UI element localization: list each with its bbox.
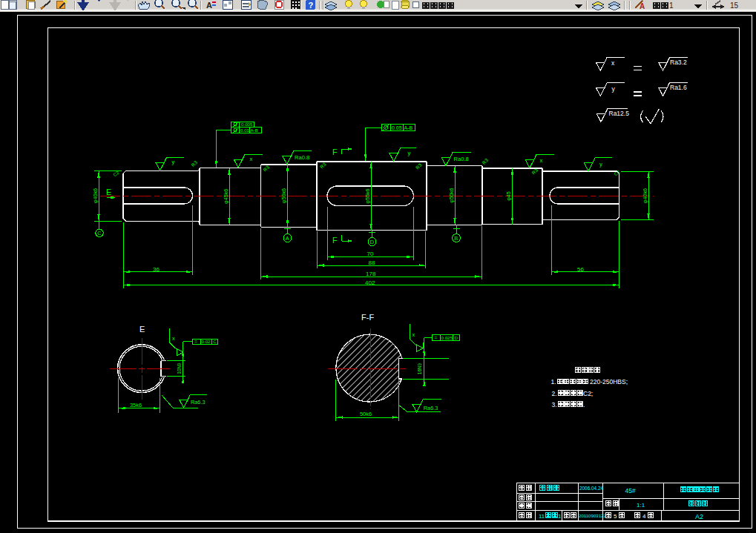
svg-text:y: y [599,161,602,168]
svg-text:2.: 2. [552,390,557,397]
svg-text:20110903122: 20110903122 [579,513,606,518]
svg-text:φ55k6: φ55k6 [364,188,371,203]
svg-text:φ40k6: φ40k6 [92,188,99,203]
svg-text:70: 70 [367,251,374,257]
svg-text:0.05: 0.05 [392,125,402,130]
svg-text:16N9: 16N9 [417,362,422,374]
svg-text:x: x [250,156,253,162]
svg-text:178: 178 [366,271,376,277]
svg-text:φ45k6: φ45k6 [223,189,229,204]
svg-text:0.02: 0.02 [202,339,211,344]
svg-text:Ra12.5: Ra12.5 [609,110,630,117]
svg-text:F-F: F-F [361,313,374,322]
svg-text:E: E [139,325,145,334]
svg-text:56: 56 [577,266,584,273]
svg-text:φ50k6: φ50k6 [448,188,455,202]
svg-text:10N9: 10N9 [177,362,182,374]
svg-text:Ra1.6: Ra1.6 [670,84,687,91]
svg-text:88: 88 [369,259,375,266]
svg-text:F: F [332,236,338,245]
svg-text:E: E [106,188,111,196]
svg-text:y: y [172,159,175,165]
svg-text:1:1: 1:1 [637,502,645,509]
svg-text:1.: 1. [551,378,556,385]
svg-text:C2;: C2; [583,390,593,397]
svg-text:35k6: 35k6 [130,402,142,408]
svg-text:A-B: A-B [251,128,258,133]
svg-text:2006.04.24: 2006.04.24 [579,486,603,491]
svg-text:B: B [454,235,458,242]
svg-text:402: 402 [365,279,375,286]
svg-text:1: 1 [669,1,674,10]
svg-text:0.01: 0.01 [240,128,250,133]
svg-text:φ40k6: φ40k6 [642,188,648,203]
svg-text:D: D [455,335,458,340]
svg-text:11: 11 [539,513,545,520]
svg-text:1: 1 [558,513,561,520]
svg-text:A: A [206,1,212,10]
svg-text:0.005: 0.005 [241,122,253,127]
svg-text:D: D [370,239,374,245]
svg-text:C: C [97,230,102,236]
svg-text:φ45: φ45 [505,191,512,201]
svg-text:A-B: A-B [404,125,413,130]
svg-text:220-250HBS;: 220-250HBS; [590,378,628,385]
svg-text:.: . [583,401,585,408]
svg-text:15: 15 [730,1,739,10]
svg-text:x: x [172,335,175,342]
svg-text:45#: 45# [625,487,636,494]
svg-text:0.025: 0.025 [441,335,453,340]
svg-text:50k6: 50k6 [360,411,372,417]
svg-text:=: = [435,335,438,340]
svg-text:Ra0.8: Ra0.8 [454,156,469,162]
svg-text:A: A [640,2,645,10]
svg-text:Ra6.3: Ra6.3 [424,405,438,411]
svg-text:φ50k6: φ50k6 [280,188,287,203]
svg-text:?: ? [309,1,314,10]
svg-text:y: y [408,150,411,156]
svg-text:5: 5 [614,513,617,520]
svg-text:Ra3.2: Ra3.2 [670,59,687,66]
svg-text:36: 36 [153,266,160,273]
svg-text:3.: 3. [552,401,557,408]
svg-text:F: F [332,148,338,156]
svg-text:=: = [194,339,197,344]
svg-text:A: A [286,235,289,242]
svg-text:4: 4 [642,513,646,520]
svg-text:C: C [213,339,217,344]
svg-text:x: x [412,331,415,338]
svg-text:A2: A2 [695,513,703,520]
svg-text:Ra6.3: Ra6.3 [191,399,206,405]
svg-text:Ra0.8: Ra0.8 [295,154,309,161]
svg-text:x: x [540,157,543,164]
